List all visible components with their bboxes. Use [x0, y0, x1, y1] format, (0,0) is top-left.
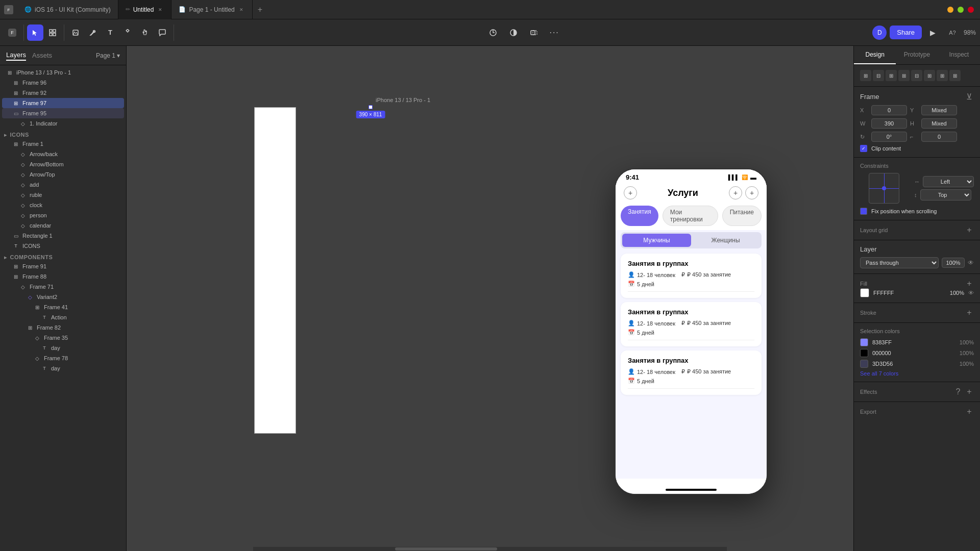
tab-zanyatiya[interactable]: Занятия — [621, 206, 658, 226]
text-tool[interactable]: T — [102, 24, 118, 41]
layer-frame88[interactable]: ⊞ Frame 88 — [2, 271, 124, 282]
layer-rectangle1[interactable]: ▭ Rectangle 1 — [2, 231, 124, 241]
fill-visibility-icon[interactable]: 👁 — [968, 290, 974, 296]
align-center-h-icon[interactable]: ⊟ — [873, 70, 884, 81]
x-input[interactable] — [871, 105, 907, 115]
layer-frame95[interactable]: ▭ Frame 95 — [2, 108, 124, 118]
rotation-input[interactable] — [871, 132, 907, 142]
design-tab[interactable]: Design — [854, 46, 896, 64]
component-tool[interactable] — [119, 24, 136, 41]
layer-icons-text[interactable]: T ICONS — [2, 241, 124, 251]
minimize-button[interactable] — [947, 7, 953, 13]
header-add-left[interactable]: + — [624, 186, 637, 199]
pen-tool[interactable] — [85, 24, 101, 41]
fix-position-checkbox[interactable] — [860, 208, 867, 215]
constraint-v-select[interactable]: Top Bottom Center Scale — [920, 189, 971, 201]
hand-tool[interactable] — [137, 24, 153, 41]
maximize-button[interactable] — [958, 7, 964, 13]
tab-ios-kit[interactable]: 🌐 iOS 16 - UI Kit (Community) — [17, 0, 118, 19]
layer-ruble[interactable]: ◇ ruble — [2, 190, 124, 200]
header-btn-right1[interactable]: + — [729, 186, 742, 199]
tab-untitled[interactable]: ✏ Untitled ✕ — [118, 0, 172, 19]
tab-close-page1[interactable]: ✕ — [238, 6, 245, 13]
assets-tab[interactable]: Assets — [32, 51, 52, 60]
layer-frame35[interactable]: ◇ Frame 35 — [2, 333, 124, 343]
layer-calendar[interactable]: ◇ calendar — [2, 220, 124, 231]
new-tab-button[interactable]: + — [253, 0, 267, 19]
layer-day-1[interactable]: T day — [2, 343, 124, 353]
layer-frame91[interactable]: ⊞ Frame 91 — [2, 261, 124, 271]
align-top-icon[interactable]: ⊞ — [898, 70, 910, 81]
layer-frame41[interactable]: ⊞ Frame 41 — [2, 302, 124, 312]
layer-arrow-top[interactable]: ◇ Arrow/Top — [2, 169, 124, 180]
layer-frame71[interactable]: ◇ Frame 71 — [2, 282, 124, 292]
color-swatch-3[interactable] — [860, 360, 868, 368]
align-bottom-icon[interactable]: ⊞ — [924, 70, 935, 81]
user-avatar[interactable]: D — [872, 26, 887, 40]
comment-tool[interactable] — [154, 24, 170, 41]
shape-tool[interactable] — [67, 24, 84, 41]
constraint-h-select[interactable]: Left Right Center Scale — [923, 176, 974, 187]
color-swatch-2[interactable] — [860, 349, 868, 357]
frame-expand-icon[interactable]: ⊻ — [965, 92, 974, 101]
layer-frame1[interactable]: ⊞ Frame 1 — [2, 139, 124, 149]
tab-pitanie[interactable]: Питание — [722, 206, 762, 226]
fill-tool[interactable] — [485, 24, 501, 41]
layer-frame82[interactable]: ⊞ Frame 82 — [2, 322, 124, 333]
add-fill-button[interactable]: + — [965, 279, 974, 288]
tab-moi-trenirovki[interactable]: Мои тренировки — [663, 206, 718, 226]
tab-men[interactable]: Мужчины — [622, 234, 691, 247]
color-swatch-1[interactable] — [860, 338, 868, 346]
distribute-h-icon[interactable]: ⊞ — [937, 70, 948, 81]
tab-women[interactable]: Женщины — [691, 234, 760, 247]
layer-arrow-back[interactable]: ◇ Arrow/back — [2, 149, 124, 159]
corner-input[interactable] — [921, 132, 957, 142]
see-all-colors-link[interactable]: See all 7 colors — [860, 370, 974, 377]
layer-frame96[interactable]: ⊞ Frame 96 — [2, 78, 124, 88]
add-export-button[interactable]: + — [965, 407, 974, 416]
layers-tab[interactable]: Layers — [6, 50, 26, 61]
scrollbar-x[interactable] — [253, 547, 727, 551]
y-input[interactable] — [921, 105, 957, 115]
add-effect-button[interactable]: + — [965, 387, 974, 396]
layer-variant2[interactable]: ◇ Variant2 — [2, 292, 124, 302]
align-right-icon[interactable]: ⊞ — [886, 70, 897, 81]
zoom-level[interactable]: 98% — [964, 29, 976, 36]
canvas[interactable]: iPhone 13 / 13 Pro - 1 9:41 ▌▌▌ 🛜 — [127, 46, 853, 551]
layer-add[interactable]: ◇ add — [2, 180, 124, 190]
layer-visibility-icon[interactable]: 👁 — [968, 259, 974, 266]
distribute-v-icon[interactable]: ⊞ — [949, 70, 961, 81]
w-input[interactable] — [871, 118, 907, 129]
layer-iphone13[interactable]: ⊞ iPhone 13 / 13 Pro - 1 — [2, 67, 124, 78]
align-left-icon[interactable]: ⊞ — [860, 70, 871, 81]
layer-frame97[interactable]: ⊞ Frame 97 — [2, 98, 124, 108]
contrast-tool[interactable] — [505, 24, 522, 41]
layer-indicator[interactable]: ◇ 1. Indicator — [2, 118, 124, 129]
effects-help-icon[interactable]: ? — [953, 387, 963, 396]
layer-arrow-bottom[interactable]: ◇ Arrow/Bottom — [2, 159, 124, 169]
mask-tool[interactable] — [526, 24, 542, 41]
more-tool[interactable]: ··· — [546, 24, 562, 41]
play-button[interactable]: ▶ — [925, 24, 941, 41]
share-button[interactable]: Share — [890, 26, 922, 39]
layer-person[interactable]: ◇ person — [2, 210, 124, 220]
layer-clock[interactable]: ◇ clock — [2, 200, 124, 210]
layer-day-2[interactable]: T day — [2, 363, 124, 373]
page-selector[interactable]: Page 1 ▾ — [96, 52, 120, 59]
layer-frame92[interactable]: ⊞ Frame 92 — [2, 88, 124, 98]
tab-page1[interactable]: 📄 Page 1 - Untitled ✕ — [172, 0, 252, 19]
header-btn-right2[interactable]: + — [745, 186, 758, 199]
layer-action[interactable]: T Action — [2, 312, 124, 322]
fill-swatch[interactable] — [860, 288, 869, 297]
prototype-tab[interactable]: Prototype — [896, 46, 938, 64]
frame-tool[interactable] — [44, 24, 61, 41]
close-button[interactable] — [968, 7, 974, 13]
handle-bottom-right[interactable] — [369, 105, 373, 109]
clip-content-checkbox[interactable]: ✓ — [860, 145, 867, 152]
opacity-input[interactable] — [942, 258, 965, 268]
tab-close-untitled[interactable]: ✕ — [157, 6, 164, 13]
add-stroke-button[interactable]: + — [965, 308, 974, 317]
main-menu-button[interactable]: F — [4, 24, 20, 41]
align-center-v-icon[interactable]: ⊟ — [911, 70, 922, 81]
select-tool[interactable] — [27, 24, 43, 41]
